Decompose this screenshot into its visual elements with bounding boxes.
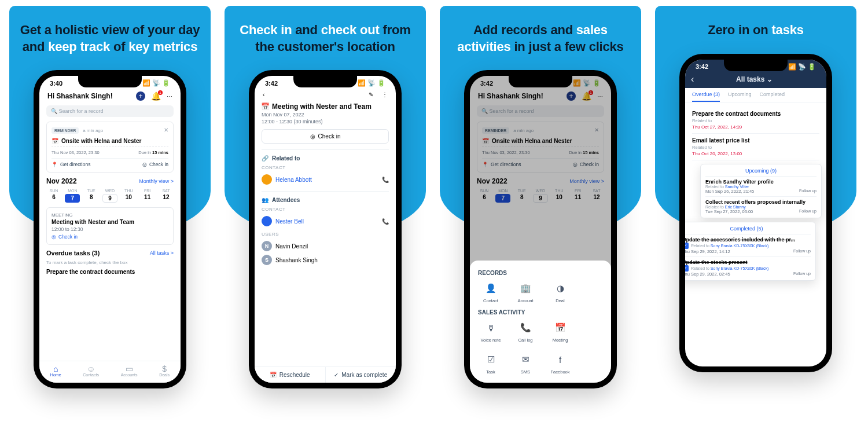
facebook-icon: f bbox=[553, 352, 568, 367]
status-icons: 📶 📡 🔋 bbox=[142, 79, 170, 87]
day-11[interactable]: 11 bbox=[140, 194, 155, 200]
calendar-strip: SUN6 MON7 TUE8 WED9 THU10 FRI11 SAT12 bbox=[46, 189, 174, 203]
task-row[interactable]: Prepare the contract documents Related t… bbox=[692, 107, 819, 134]
add-meeting[interactable]: 📅Meeting bbox=[547, 320, 573, 343]
status-icons: 📶 📡 🔋 bbox=[358, 79, 385, 87]
avatar bbox=[262, 216, 272, 226]
task-row[interactable]: Enrich Sandhy Vilter profile Related to … bbox=[705, 179, 816, 194]
overdue-first-task[interactable]: Prepare the contract documents bbox=[46, 269, 174, 275]
get-directions-button[interactable]: 📍Get directions bbox=[52, 162, 90, 167]
avatar: S bbox=[262, 255, 272, 265]
add-facebook[interactable]: fFacebook bbox=[547, 352, 573, 375]
all-tasks-link[interactable]: All tasks > bbox=[150, 250, 174, 256]
more-icon[interactable]: ⋮ bbox=[382, 91, 388, 98]
sales-activity-heading: SALES ACTIVITY bbox=[478, 309, 603, 316]
user-name: Shashank Singh bbox=[275, 257, 318, 263]
mark-complete-button[interactable]: ✓Mark as complete bbox=[325, 367, 396, 383]
status-icons: 📶 📡 🔋 bbox=[788, 63, 816, 71]
add-voice-note[interactable]: 🎙Voice note bbox=[478, 320, 503, 343]
checkbox-checked-icon[interactable]: ✓ bbox=[685, 243, 689, 249]
task-icon: ☑ bbox=[483, 352, 498, 367]
headline-2: Check in and check out from the customer… bbox=[225, 6, 426, 55]
meeting-card[interactable]: MEETING Meeting with Nester and Team 12:… bbox=[46, 207, 174, 245]
tab-completed[interactable]: Completed bbox=[760, 91, 785, 102]
upcoming-header: Upcoming (9) bbox=[705, 168, 816, 177]
completed-card: Completed (5) Update the accessories inc… bbox=[685, 222, 816, 281]
calendar-icon: 📅 bbox=[52, 137, 58, 144]
day-6[interactable]: 6 bbox=[46, 194, 61, 200]
tab-overdue[interactable]: Overdue (3) bbox=[692, 91, 720, 102]
day-9[interactable]: 9 bbox=[102, 194, 117, 203]
checkin-icon: ◎ bbox=[142, 162, 147, 167]
deal-icon: ◑ bbox=[553, 281, 568, 296]
phone-mock-1: 3:40 📶 📡 🔋 Hi Shashank Singh! + 🔔1 ⋯ 🔍 S… bbox=[34, 70, 186, 388]
more-icon[interactable]: ⋯ bbox=[167, 93, 172, 100]
tab-accounts[interactable]: ▭Accounts bbox=[121, 365, 138, 377]
clock: 3:40 bbox=[50, 80, 62, 87]
contact-icon: 👤 bbox=[483, 281, 498, 296]
day-7[interactable]: 7 bbox=[65, 194, 80, 203]
add-call-log[interactable]: 📞Call log bbox=[513, 320, 538, 343]
phone-icon[interactable]: 📞 bbox=[382, 177, 389, 183]
add-account[interactable]: 🏢Account bbox=[513, 281, 538, 303]
location-icon: 📍 bbox=[52, 162, 58, 167]
add-button[interactable]: + bbox=[136, 91, 145, 101]
task-row[interactable]: Update the stocks present ✓Related to So… bbox=[685, 256, 811, 277]
reminder-card: REMINDER a min ago ✕ 📅Onsite with Helna … bbox=[46, 122, 174, 173]
checkin-icon: ◎ bbox=[310, 133, 315, 140]
add-sms[interactable]: ✉SMS bbox=[513, 352, 538, 375]
calendar-icon: 📅 bbox=[262, 103, 269, 110]
meeting-checkin-link[interactable]: ◎Check in bbox=[52, 234, 168, 240]
headline-3: Add records and sales activities in just… bbox=[440, 6, 641, 55]
headline-4: Zero in on tasks bbox=[655, 6, 856, 39]
completed-header: Completed (5) bbox=[685, 226, 811, 234]
contact-link[interactable]: Helena Abbott bbox=[275, 177, 312, 183]
records-heading: RECORDS bbox=[478, 270, 603, 276]
add-contact[interactable]: 👤Contact bbox=[478, 281, 503, 303]
add-task[interactable]: ☑Task bbox=[478, 352, 503, 375]
tab-upcoming[interactable]: Upcoming bbox=[728, 91, 752, 102]
tab-home[interactable]: ⌂Home bbox=[50, 365, 61, 377]
tab-contacts[interactable]: ☺Contacts bbox=[83, 365, 99, 377]
notifications-icon[interactable]: 🔔1 bbox=[151, 91, 161, 101]
avatar: N bbox=[262, 241, 272, 251]
account-icon: 🏢 bbox=[518, 281, 533, 296]
marketing-panel-4: Zero in on tasks 3:42 📶 📡 🔋 ‹ All tasks … bbox=[655, 6, 856, 423]
contact-link[interactable]: Nester Bell bbox=[275, 218, 304, 225]
reschedule-button[interactable]: 📅Reschedule bbox=[255, 367, 325, 383]
marketing-panel-1: Get a holistic view of your day and keep… bbox=[9, 6, 211, 423]
task-row[interactable]: Collect recent offers proposed internall… bbox=[705, 196, 816, 214]
marketing-panel-3: Add records and sales activities in just… bbox=[440, 6, 641, 423]
meeting-time-range: 12:00 - 12:30 (30 minutes) bbox=[262, 119, 389, 124]
clock: 3:42 bbox=[696, 63, 708, 70]
day-8[interactable]: 8 bbox=[84, 194, 99, 200]
add-deal[interactable]: ◑Deal bbox=[547, 281, 573, 303]
people-icon: 👥 bbox=[262, 196, 269, 203]
overdue-tasks-title: Overdue tasks (3) bbox=[46, 250, 100, 256]
calendar-icon: 📅 bbox=[270, 372, 277, 378]
greeting: Hi Shashank Singh! bbox=[47, 92, 113, 100]
checkin-button[interactable]: ◎Check in bbox=[142, 162, 168, 167]
phone-icon[interactable]: 📞 bbox=[382, 218, 389, 225]
close-icon[interactable]: ✕ bbox=[164, 127, 168, 133]
phone-mock-3: 3:42 📶 📡 🔋 Hi Shashank Singh! + 🔔1 ⋯ 🔍 S… bbox=[464, 70, 617, 388]
day-12[interactable]: 12 bbox=[159, 194, 174, 200]
day-10[interactable]: 10 bbox=[121, 194, 136, 200]
check-icon: ✓ bbox=[334, 372, 339, 378]
back-icon[interactable]: ‹ bbox=[263, 91, 264, 98]
avatar bbox=[262, 174, 272, 185]
edit-icon[interactable]: ✎ bbox=[369, 91, 373, 98]
monthly-view-link[interactable]: Monthly view > bbox=[139, 178, 174, 184]
calendar-icon: 📅 bbox=[553, 320, 568, 335]
bottom-tab-bar: ⌂Home ☺Contacts ▭Accounts $Deals bbox=[39, 361, 181, 383]
checkbox-checked-icon[interactable]: ✓ bbox=[685, 265, 689, 272]
tasks-dropdown[interactable]: All tasks ⌄ bbox=[694, 75, 815, 83]
tab-deals[interactable]: $Deals bbox=[159, 365, 170, 377]
task-row[interactable]: Email latest price list Related to Thu O… bbox=[692, 134, 819, 160]
marketing-panel-2: Check in and check out from the customer… bbox=[225, 6, 426, 423]
search-input[interactable]: 🔍 Search for a record bbox=[46, 105, 174, 117]
user-name: Navin Denzil bbox=[275, 243, 308, 250]
checkin-button[interactable]: ◎Check in bbox=[262, 129, 389, 144]
task-row[interactable]: Update the accessories included with the… bbox=[685, 237, 811, 254]
clock: 3:42 bbox=[265, 80, 278, 87]
